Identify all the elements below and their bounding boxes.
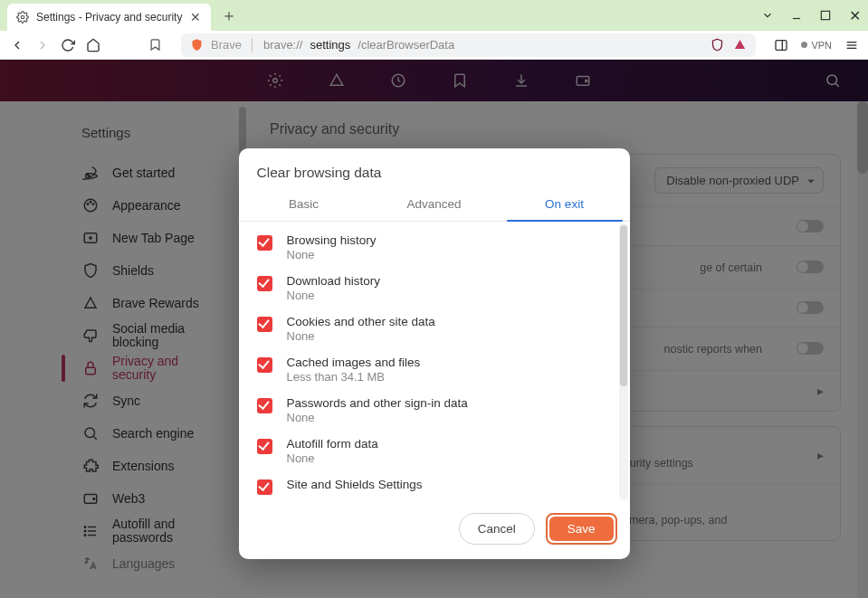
dialog-title: Clear browsing data (239, 148, 630, 188)
checkbox[interactable] (257, 235, 272, 251)
tab-advanced[interactable]: Advanced (369, 188, 500, 221)
menu-icon[interactable] (844, 38, 859, 52)
address-brand: Brave (211, 38, 242, 52)
svg-rect-2 (821, 11, 829, 19)
browser-toolbar: Brave │ brave://settings/clearBrowserDat… (0, 31, 868, 60)
dialog-tabs: Basic Advanced On exit (239, 188, 630, 222)
checkbox[interactable] (257, 398, 272, 413)
option-site-shields[interactable]: Site and Shields Settings (239, 471, 630, 495)
forward-button[interactable] (34, 37, 51, 53)
address-bar[interactable]: Brave │ brave://settings/clearBrowserDat… (181, 33, 756, 57)
bookmark-icon[interactable] (147, 37, 163, 53)
option-passwords[interactable]: Passwords and other sign-in dataNone (239, 390, 630, 431)
svg-marker-3 (735, 40, 745, 49)
browser-tab[interactable]: Settings - Privacy and security ✕ (7, 4, 211, 31)
window-titlebar: Settings - Privacy and security ✕ ＋ ✕ (0, 0, 868, 31)
dialog-scrollbar[interactable] (619, 223, 628, 500)
url-host: settings (310, 38, 350, 52)
vpn-indicator[interactable]: VPN (801, 40, 832, 51)
dialog-body: Browsing historyNone Download historyNon… (239, 222, 630, 502)
gear-icon (16, 11, 29, 24)
checkbox[interactable] (257, 317, 272, 332)
tab-on-exit[interactable]: On exit (500, 188, 630, 221)
brave-shields-icon[interactable] (711, 38, 724, 52)
save-button[interactable]: Save (549, 517, 614, 541)
tab-title: Settings - Privacy and security (36, 11, 182, 24)
back-button[interactable] (9, 37, 25, 53)
close-window-icon[interactable]: ✕ (848, 9, 861, 22)
svg-rect-4 (776, 40, 787, 50)
option-cached-images[interactable]: Cached images and filesLess than 34.1 MB (239, 349, 630, 390)
dialog-footer: Cancel Save (239, 502, 630, 559)
home-button[interactable] (85, 37, 101, 53)
url-path: /clearBrowserData (358, 38, 454, 52)
checkbox[interactable] (257, 276, 272, 291)
reload-button[interactable] (60, 37, 76, 53)
maximize-icon[interactable] (819, 9, 832, 22)
checkbox[interactable] (257, 479, 272, 495)
cancel-button[interactable]: Cancel (459, 513, 535, 545)
sidepanel-icon[interactable] (774, 38, 788, 52)
save-button-highlight: Save (546, 513, 617, 545)
checkbox[interactable] (257, 357, 272, 373)
modal-overlay: Clear browsing data Basic Advanced On ex… (0, 60, 868, 598)
option-cookies[interactable]: Cookies and other site dataNone (239, 308, 630, 349)
checkbox[interactable] (257, 439, 272, 454)
svg-point-0 (21, 15, 24, 19)
clear-browsing-data-dialog: Clear browsing data Basic Advanced On ex… (239, 148, 630, 559)
url-scheme: brave:// (263, 38, 302, 52)
minimize-icon[interactable] (790, 9, 803, 22)
close-tab-icon[interactable]: ✕ (189, 11, 202, 24)
chevron-down-icon[interactable] (761, 9, 774, 22)
option-browsing-history[interactable]: Browsing historyNone (239, 227, 630, 268)
new-tab-button[interactable]: ＋ (216, 3, 242, 28)
brave-shield-icon (190, 38, 204, 52)
tab-basic[interactable]: Basic (239, 188, 369, 221)
option-download-history[interactable]: Download historyNone (239, 268, 630, 308)
option-autofill[interactable]: Autofill form dataNone (239, 431, 630, 471)
brave-rewards-icon[interactable] (733, 38, 747, 52)
